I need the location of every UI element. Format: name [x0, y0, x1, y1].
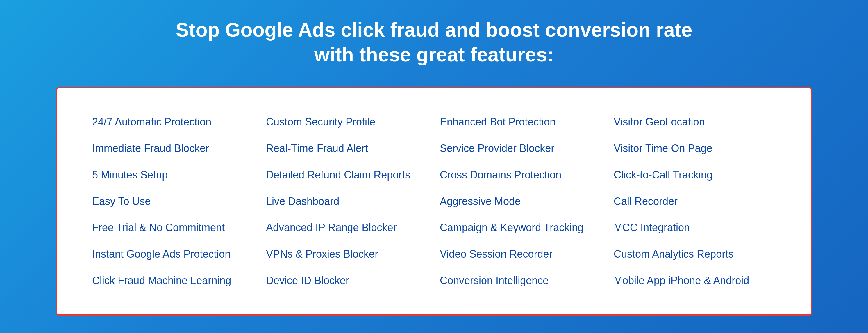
- feature-item: Immediate Fraud Blocker: [86, 135, 260, 162]
- feature-item: Video Session Recorder: [434, 241, 608, 268]
- features-column-2: Custom Security ProfileReal-Time Fraud A…: [260, 109, 434, 294]
- feature-item: Mobile App iPhone & Android: [608, 268, 782, 294]
- feature-item: Easy To Use: [86, 188, 260, 215]
- feature-item: Visitor GeoLocation: [608, 109, 782, 135]
- feature-item: Aggressive Mode: [434, 188, 608, 215]
- feature-item: Click Fraud Machine Learning: [86, 268, 260, 294]
- feature-item: Live Dashboard: [260, 188, 434, 215]
- feature-item: Cross Domains Protection: [434, 162, 608, 188]
- feature-item: Free Trial & No Commitment: [86, 215, 260, 241]
- feature-item: 5 Minutes Setup: [86, 162, 260, 188]
- feature-item: Campaign & Keyword Tracking: [434, 215, 608, 241]
- feature-item: Custom Security Profile: [260, 109, 434, 135]
- feature-item: Visitor Time On Page: [608, 135, 782, 162]
- feature-item: Advanced IP Range Blocker: [260, 215, 434, 241]
- feature-item: Call Recorder: [608, 188, 782, 215]
- feature-item: MCC Integration: [608, 215, 782, 241]
- headline-line2: with these great features:: [314, 44, 554, 65]
- feature-item: Real-Time Fraud Alert: [260, 135, 434, 162]
- feature-item: Service Provider Blocker: [434, 135, 608, 162]
- headline-line1: Stop Google Ads click fraud and boost co…: [176, 19, 692, 41]
- features-column-4: Visitor GeoLocationVisitor Time On PageC…: [608, 109, 782, 294]
- feature-item: Click-to-Call Tracking: [608, 162, 782, 188]
- feature-item: 24/7 Automatic Protection: [86, 109, 260, 135]
- features-column-1: 24/7 Automatic ProtectionImmediate Fraud…: [86, 109, 260, 294]
- main-headline: Stop Google Ads click fraud and boost co…: [176, 18, 692, 67]
- features-card: 24/7 Automatic ProtectionImmediate Fraud…: [56, 87, 812, 315]
- feature-item: Instant Google Ads Protection: [86, 241, 260, 268]
- feature-item: VPNs & Proxies Blocker: [260, 241, 434, 268]
- features-grid: 24/7 Automatic ProtectionImmediate Fraud…: [86, 109, 782, 294]
- features-column-3: Enhanced Bot ProtectionService Provider …: [434, 109, 608, 294]
- feature-item: Enhanced Bot Protection: [434, 109, 608, 135]
- feature-item: Device ID Blocker: [260, 268, 434, 294]
- feature-item: Conversion Intelligence: [434, 268, 608, 294]
- feature-item: Detailed Refund Claim Reports: [260, 162, 434, 188]
- feature-item: Custom Analytics Reports: [608, 241, 782, 268]
